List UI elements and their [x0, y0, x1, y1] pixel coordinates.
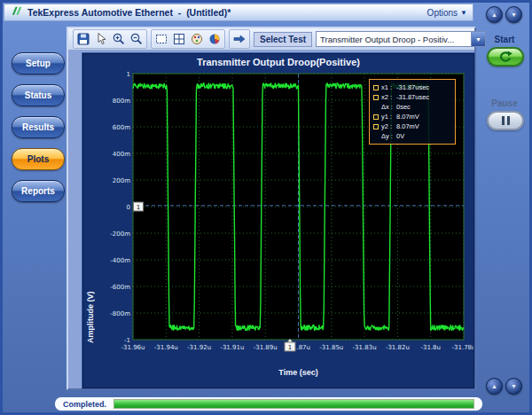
cursor-readout-row: Δy :0V — [373, 131, 451, 141]
toolbar-group-file — [73, 29, 147, 49]
cursor-marker-icon — [373, 124, 379, 129]
sidebar-item-status[interactable]: Status — [12, 84, 65, 106]
cursor-readout-row: x2 :-31.87usec — [373, 92, 451, 102]
pie-chart-button[interactable] — [207, 31, 223, 47]
window-title: TekExpress Automotive Ethernet - (Untitl… — [27, 7, 231, 18]
x-tick-label: -31.82u — [386, 344, 410, 351]
y-tick-label: 600m — [113, 124, 130, 131]
zoom-out-button[interactable] — [129, 31, 145, 47]
cursor-readout-row: Δx :0sec — [373, 102, 451, 112]
sidebar-item-setup[interactable]: Setup — [12, 52, 65, 74]
app-window: TekExpress Automotive Ethernet - (Untitl… — [0, 0, 532, 415]
cursor-readout: x1 :-31.87usecx2 :-31.87usecΔx :0secy1 :… — [369, 79, 456, 145]
save-button[interactable] — [75, 31, 91, 47]
pointer-icon — [94, 32, 108, 46]
y-tick-label: 400m — [113, 151, 130, 158]
x-tick-label: -31.91u — [220, 344, 244, 351]
cursor-readout-value: 0V — [396, 132, 404, 140]
select-region-button[interactable] — [153, 31, 169, 47]
cursor-readout-value: 8.07mV — [396, 113, 419, 121]
grid-view-button[interactable] — [171, 31, 187, 47]
titlebar: TekExpress Automotive Ethernet - (Untitl… — [4, 4, 473, 21]
x-tick-label: -31.89u — [254, 344, 278, 351]
select-test-group: Select Test Transmitter Output Droop - P… — [254, 31, 486, 47]
x-tick-label: -31.8u — [420, 344, 441, 351]
progress-fill — [114, 400, 473, 408]
start-button[interactable] — [487, 47, 524, 67]
cursor-readout-value: -31.87usec — [396, 93, 429, 101]
export-button[interactable] — [231, 31, 247, 47]
maximize-button[interactable]: ▼ — [505, 6, 522, 23]
pause-button[interactable] — [487, 111, 524, 130]
pie-chart-icon — [207, 32, 222, 46]
x-tick-label: -31.85u — [319, 344, 343, 351]
status-text: Completed. — [63, 400, 106, 409]
minimize-button[interactable]: ▲ — [486, 6, 503, 23]
zoom-in-button[interactable] — [111, 31, 127, 47]
start-label: Start — [478, 35, 531, 44]
x-axis-title: Time (sec) — [133, 368, 464, 377]
x-tick-label: -31.78u — [451, 344, 473, 351]
x-tick-label: -31.92u — [187, 344, 211, 351]
cursor-marker-spacer — [373, 105, 379, 110]
cursor-readout-value: -31.87usec — [396, 83, 429, 91]
palette-button[interactable] — [189, 31, 205, 47]
y-tick-label: -200m — [110, 231, 130, 238]
x-tick-label: -31.96u — [121, 344, 145, 351]
palette-icon — [190, 32, 204, 46]
sidebar-item-label: Status — [25, 90, 52, 100]
x-tick-label: -31.94u — [154, 344, 178, 351]
pause-label: Pause — [478, 98, 531, 108]
x-tick-label: -31.83u — [353, 344, 377, 351]
grid-view-icon — [172, 32, 186, 46]
status-bar: Completed. — [54, 396, 483, 411]
y-tick-label: 1 — [127, 71, 130, 78]
zoom-in-icon — [112, 32, 126, 46]
chevron-down-icon: ▼ — [460, 9, 467, 17]
options-menu[interactable]: Options ▼ — [427, 8, 467, 18]
pause-icon — [502, 116, 505, 125]
select-region-icon — [154, 32, 168, 46]
export-icon — [232, 32, 246, 46]
scroll-down-button[interactable]: ▼ — [505, 378, 522, 395]
test-select-dropdown[interactable]: Transmitter Output Droop - Positiv... ▼ — [316, 31, 486, 47]
cursor-marker-icon — [373, 114, 379, 120]
sidebar-item-results[interactable]: Results — [12, 116, 65, 138]
plot-panel: Transmitter Output Droop(Positive) Ampli… — [82, 53, 474, 388]
cursor-readout-value: 8.07mV — [396, 122, 419, 130]
cursor-marker-icon — [373, 95, 379, 100]
toolbar-group-display — [151, 29, 225, 49]
cursor-readout-label: Δy : — [381, 132, 394, 140]
tekexpress-logo-icon — [10, 4, 23, 21]
y-tick-label: -800m — [110, 310, 130, 317]
cursor-readout-label: x2 : — [381, 93, 394, 101]
cursor-marker-spacer — [373, 134, 379, 139]
cursor-readout-row: y1 :8.07mV — [373, 112, 451, 121]
cursor-marker-bottom-label: 1 — [288, 344, 292, 351]
refresh-arrow-icon — [497, 50, 514, 64]
cursor-readout-label: y2 : — [381, 122, 394, 130]
cursor-readout-label: Δx : — [381, 103, 394, 111]
y-tick-label: -600m — [110, 284, 130, 291]
plot-title: Transmitter Output Droop(Positive) — [83, 57, 473, 67]
cursor-marker-left-label: 1 — [137, 204, 140, 211]
main-panel: Select Test Transmitter Output Droop - P… — [66, 27, 476, 390]
cursor-readout-row: x1 :-31.87usec — [373, 82, 451, 92]
y-tick-label: -1 — [124, 337, 130, 344]
plot-toolbar: Select Test Transmitter Output Droop - P… — [68, 28, 474, 51]
y-tick-label: 800m — [113, 98, 130, 105]
sidebar-item-label: Reports — [21, 186, 55, 196]
sidebar-item-plots[interactable]: Plots — [12, 148, 65, 170]
cursor-marker-icon — [373, 85, 379, 90]
sidebar-item-label: Setup — [26, 59, 51, 68]
sidebar-item-reports[interactable]: Reports — [12, 180, 65, 202]
y-tick-label: 0 — [127, 204, 130, 211]
scroll-up-button[interactable]: ▲ — [486, 378, 503, 395]
cursor-readout-row: y2 :8.07mV — [373, 121, 451, 131]
test-select-value: Transmitter Output Droop - Positiv... — [317, 35, 471, 44]
options-label: Options — [427, 8, 458, 18]
pause-icon — [507, 116, 510, 125]
sidebar-item-label: Results — [22, 122, 54, 132]
pointer-button[interactable] — [93, 31, 109, 47]
cursor-readout-label: y1 : — [381, 113, 394, 121]
